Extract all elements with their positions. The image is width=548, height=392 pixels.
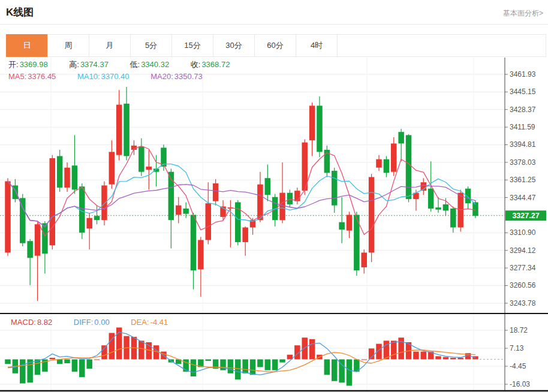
svg-text:3445.15: 3445.15 (510, 88, 536, 96)
svg-text:3243.78: 3243.78 (510, 299, 536, 307)
title-divider (0, 24, 548, 25)
macd-histogram (5, 327, 478, 385)
tab-周[interactable]: 周 (47, 34, 89, 57)
svg-text:3294.12: 3294.12 (510, 246, 536, 255)
tab-日[interactable]: 日 (6, 34, 48, 57)
tab-60分[interactable]: 60分 (254, 34, 296, 57)
candles-layer (5, 87, 478, 301)
diff-label: DIFF: (74, 318, 94, 327)
open-label: 开: (8, 60, 19, 69)
ma10-line (8, 164, 475, 227)
svg-text:-16.03: -16.03 (510, 380, 530, 388)
tab-月[interactable]: 月 (89, 34, 131, 57)
macd-value: 8.82 (37, 318, 52, 327)
ma10-label: MA10: (77, 72, 100, 81)
tab-15分[interactable]: 15分 (171, 34, 213, 57)
svg-text:3344.47: 3344.47 (510, 194, 536, 202)
svg-text:18.72: 18.72 (510, 326, 528, 334)
low-label: 低: (130, 60, 140, 69)
svg-text:3394.81: 3394.81 (510, 140, 536, 149)
ma5-line (8, 146, 475, 236)
ma20-value: 3350.73 (174, 72, 203, 81)
svg-text:3327.27: 3327.27 (512, 212, 539, 220)
high-value: 3374.37 (80, 60, 109, 69)
tab-4时[interactable]: 4时 (296, 34, 338, 57)
svg-text:-4.45: -4.45 (510, 362, 526, 370)
tab-30分[interactable]: 30分 (213, 34, 255, 57)
dea-label: DEA: (131, 318, 149, 327)
fundamental-analysis-link[interactable]: 基本面分析> (503, 8, 543, 19)
ma-row: MA5:3376.45 MA10:3370.40 MA20:3350.73 (8, 72, 222, 81)
svg-text:3378.03: 3378.03 (510, 158, 536, 167)
high-label: 高: (69, 60, 79, 69)
page-title: K线图 (6, 5, 34, 19)
svg-text:3461.93: 3461.93 (510, 70, 536, 79)
current-price-tag: 3327.27 (505, 210, 546, 221)
ma20-label: MA20: (150, 72, 173, 81)
macd-row: MACD:8.82 DIFF:0.00 DEA:-4.41 (11, 318, 187, 327)
macd-label: MACD: (11, 318, 36, 327)
dea-line (8, 348, 475, 372)
tab-bar-filler (337, 34, 546, 57)
close-label: 收: (191, 60, 201, 69)
svg-text:3361.25: 3361.25 (510, 176, 536, 184)
svg-text:3428.37: 3428.37 (510, 105, 536, 114)
diff-value: 0.00 (94, 318, 109, 327)
tab-5分[interactable]: 5分 (130, 34, 172, 57)
dea-value: -4.41 (150, 318, 168, 327)
price-axis: 3461.933445.153428.373411.593394.813378.… (505, 70, 536, 307)
macd-axis: 18.727.13-4.45-16.03 (505, 326, 530, 388)
ma5-value: 3376.45 (28, 72, 56, 81)
diff-line (8, 332, 475, 375)
svg-text:3411.59: 3411.59 (510, 123, 535, 131)
ma5-label: MA5: (8, 72, 26, 81)
open-value: 3369.98 (20, 60, 48, 69)
svg-text:3260.56: 3260.56 (510, 281, 536, 290)
svg-text:3310.90: 3310.90 (510, 228, 536, 237)
close-value: 3368.72 (201, 60, 230, 69)
period-tab-bar: 日周月5分15分30分60分4时 (6, 34, 546, 57)
ma10-value: 3370.40 (101, 72, 130, 81)
svg-text:7.13: 7.13 (510, 344, 524, 352)
ohlc-row: 开:3369.98 高:3374.37 低:3340.32 收:3368.72 (8, 59, 249, 70)
low-value: 3340.32 (141, 60, 169, 69)
svg-text:3277.34: 3277.34 (510, 264, 536, 272)
